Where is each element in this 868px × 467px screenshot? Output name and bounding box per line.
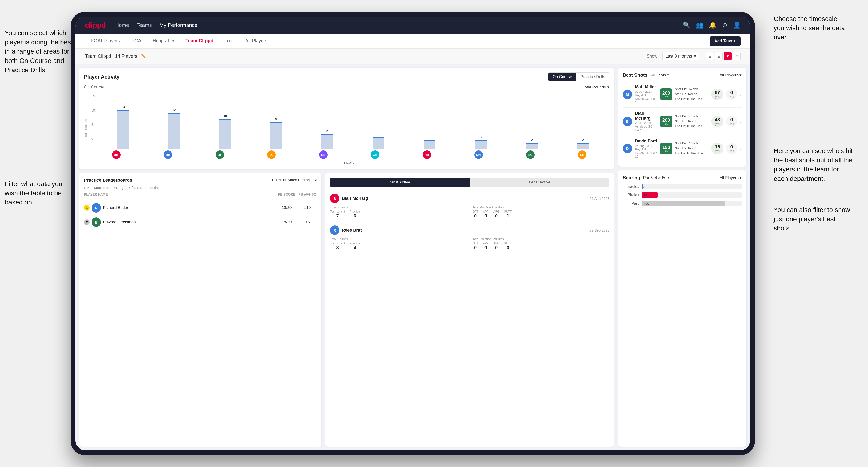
bar[interactable]	[168, 113, 180, 149]
practice-subtitle: PUTT Must Make Putting (3-6 ft), Last 3 …	[84, 186, 317, 190]
rounds-label: Total Rounds	[330, 237, 467, 241]
heart-view-btn[interactable]: ♥	[724, 52, 732, 60]
player-score: 18/20	[277, 220, 296, 224]
best-shots-players-filter[interactable]: All Players ▾	[720, 73, 742, 77]
activity-player: B Blair McHarg	[330, 194, 368, 203]
bar-avatar: EE	[319, 151, 328, 159]
x-axis-label: Players	[89, 161, 610, 164]
y-axis-label: Total Rounds	[84, 119, 88, 137]
bar[interactable]	[373, 136, 384, 149]
scoring-row-label: Eagles	[623, 184, 639, 189]
shot-dist-unit: yds	[715, 95, 720, 99]
best-shots-filter[interactable]: All Shots ▾	[650, 73, 669, 77]
bar-group: 3	[457, 135, 505, 149]
nav-teams[interactable]: Teams	[136, 22, 152, 28]
users-icon[interactable]: 👥	[696, 22, 703, 29]
bar-avatar: DF	[216, 151, 224, 159]
shot-dist-pill: 67 yds	[711, 89, 723, 99]
shot-dist-unit: yds	[715, 122, 720, 126]
player-avatar: R	[92, 203, 101, 213]
player-name: Richard Butler	[103, 206, 275, 210]
practice-header: Practice Leaderboards PUTT Must Make Put…	[84, 178, 317, 183]
shot-row[interactable]: B Blair McHarg 23 Jul 2023 · Ashridge GC…	[623, 107, 742, 135]
practice-dropdown[interactable]: PUTT Must Make Putting ... ▾	[268, 178, 317, 183]
leaderboard-row[interactable]: 1 R Richard Butler 19/20 110	[84, 201, 317, 215]
shot-zero-pill: 0 yds	[726, 89, 737, 99]
tab-pgat-players[interactable]: PGAT Players	[85, 34, 126, 49]
tab-tour[interactable]: Tour	[219, 34, 240, 49]
scoring-card: Scoring Par 3, 4 & 5s ▾ All Players ▾ Ea…	[618, 170, 746, 447]
tab-all-players[interactable]: All Players	[240, 34, 273, 49]
top-nav: clippd Home Teams My Performance 🔍 👥 🔔 ⊕…	[75, 17, 750, 34]
chart-dropdown-chevron: ▾	[607, 85, 610, 90]
tab-pga[interactable]: PGA	[126, 34, 147, 49]
add-icon[interactable]: ⊕	[722, 22, 727, 29]
bar[interactable]	[117, 110, 129, 149]
activity-player-name: Rees Britt	[342, 228, 362, 233]
annotation-right-middle: Here you can see who's hit the best shot…	[774, 146, 854, 183]
practice-drills-toggle[interactable]: Practice Drills	[576, 73, 609, 81]
shot-zero-pill: 0 yds	[726, 143, 737, 154]
bar[interactable]	[219, 119, 231, 149]
most-active-tab[interactable]: Most Active	[330, 178, 470, 187]
bar-group: 10	[201, 114, 249, 149]
best-shots-header: Best Shots All Shots ▾ All Players ▾	[623, 72, 742, 78]
annotation-left-top: You can select which player is doing the…	[5, 28, 73, 74]
y-axis: 15 10 5 0	[91, 94, 95, 142]
bell-icon[interactable]: 🔔	[709, 22, 717, 29]
least-active-tab[interactable]: Least Active	[470, 178, 610, 187]
edit-icon[interactable]: ✏️	[141, 54, 146, 59]
putt-stat: PUTT 0	[504, 242, 512, 250]
bar-value: 10	[223, 114, 227, 118]
show-dropdown[interactable]: Last 3 months ▾	[662, 52, 699, 60]
bar[interactable]	[321, 134, 333, 149]
shot-player-info: David Ford 24 Aug 2023 · Royal North Dev…	[635, 139, 657, 158]
shot-player-avatar: D	[623, 144, 632, 153]
shot-row[interactable]: D David Ford 24 Aug 2023 · Royal North D…	[623, 135, 742, 162]
bar-avatar: BM	[112, 151, 121, 159]
bar-chart-container: 15 10 5 0 1312109543322 BMRBDFJCEE	[89, 92, 610, 164]
bar-value: 2	[582, 138, 584, 142]
bar[interactable]	[270, 122, 282, 149]
scoring-bars: Eagles 3 Birdies 96 Pars 499	[623, 184, 742, 206]
shot-badge-label: SG	[664, 95, 668, 98]
player-name: Edward Crossman	[103, 220, 275, 224]
list-view-btn[interactable]: ⊟	[715, 52, 723, 60]
best-shots-filter-value: All Shots	[650, 73, 666, 77]
search-icon[interactable]: 🔍	[683, 22, 690, 29]
scoring-filter[interactable]: Par 3, 4 & 5s ▾	[643, 175, 669, 180]
nav-home[interactable]: Home	[115, 22, 129, 28]
scoring-players-filter[interactable]: All Players ▾	[720, 175, 742, 180]
shot-row[interactable]: M Matt Miller 09 Jun 2023 · Royal North …	[623, 81, 742, 107]
on-course-toggle[interactable]: On Course	[549, 73, 576, 81]
bar[interactable]	[424, 139, 435, 149]
tab-team-clippd[interactable]: Team Clippd	[180, 34, 219, 49]
scoring-header: Scoring Par 3, 4 & 5s ▾ All Players ▾	[623, 175, 742, 181]
leaderboard-row[interactable]: 2 E Edward Crossman 18/20 107	[84, 215, 317, 229]
bar-avatar: LR	[578, 151, 586, 159]
bar-avatar: JC	[267, 151, 276, 159]
add-team-button[interactable]: Add Team+	[710, 36, 741, 46]
scoring-row-label: Pars	[623, 201, 639, 206]
bs-filter-chevron: ▾	[667, 73, 669, 77]
nav-my-performance[interactable]: My Performance	[159, 22, 197, 28]
shot-player-info: Blair McHarg 23 Jul 2023 · Ashridge GC, …	[635, 111, 657, 132]
scoring-bar-fill: 499	[642, 201, 724, 206]
bar[interactable]	[526, 143, 538, 149]
grid-view-btn[interactable]: ⊞	[706, 52, 714, 60]
best-shots-players-value: All Players	[720, 73, 739, 77]
bar-avatar: GB	[371, 151, 379, 159]
bar-value: 3	[480, 135, 482, 139]
bar[interactable]	[475, 139, 487, 149]
activity-date: 26 Aug 2023	[590, 196, 610, 200]
bar[interactable]	[577, 143, 589, 149]
arg-stat: ARG 0	[493, 210, 500, 219]
activity-player-row: R Rees Britt 02 Sep 2023 Total Rounds To…	[330, 222, 610, 254]
detail-view-btn[interactable]: ≡	[733, 52, 741, 60]
best-shots-card: Best Shots All Shots ▾ All Players ▾ M M…	[618, 68, 746, 166]
tab-hcaps[interactable]: Hcaps 1-5	[147, 34, 180, 49]
profile-icon[interactable]: 👤	[733, 22, 741, 29]
scoring-row-label: Birdies	[623, 193, 639, 197]
chart-dropdown[interactable]: Total Rounds ▾	[583, 85, 610, 90]
putt-stat: PUTT 1	[504, 210, 512, 219]
